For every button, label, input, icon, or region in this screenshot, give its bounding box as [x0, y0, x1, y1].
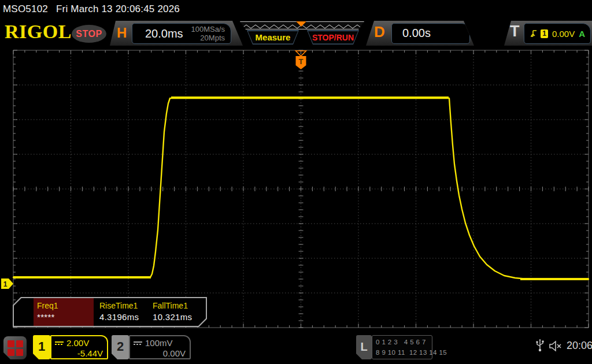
memory-depth: 20Mpts [191, 34, 225, 42]
rising-edge-icon [530, 29, 536, 39]
channel2-status[interactable]: 2 100mV 0.00V [112, 335, 191, 359]
measurement-falltime1[interactable]: FallTime1 10.321ms [149, 298, 205, 326]
dc-coupling-icon [55, 341, 64, 345]
measure-button[interactable]: Measure [247, 30, 299, 44]
channel1-offset: -5.44V [55, 348, 103, 358]
timebase-box[interactable]: 20.0ms 100MSa/s 20Mpts [132, 23, 231, 44]
grid-square-icon [16, 349, 23, 356]
delay-label: D [374, 23, 385, 41]
top-info-bar: MSO5102Fri March 13 20:06:45 2026 [3, 3, 180, 15]
speaker-muted-icon[interactable] [549, 340, 564, 352]
logic-channel-list[interactable]: 0 1 2 3 4 5 6 7 8 9 10 11 12 13 14 15 [372, 335, 432, 359]
rigol-logo: RIGOL [5, 21, 72, 43]
stop-run-button[interactable]: STOP/RUN [307, 30, 359, 44]
trigger-mode: A [579, 29, 585, 39]
status-clock: 20:06 [567, 340, 592, 352]
sample-rate: 100MSa/s [191, 25, 225, 34]
horizontal-settings-group[interactable]: H 20.0ms 100MSa/s 20Mpts [110, 21, 243, 46]
channel1-status[interactable]: 1 2.00V -5.44V [33, 335, 108, 359]
grid-square-icon [8, 349, 14, 356]
horizontal-label: H [117, 25, 127, 41]
dc-coupling-icon [134, 341, 142, 345]
channel2-values[interactable]: 100mV 0.00V [129, 335, 191, 359]
measurement-panel: Freq1 ***** RiseTime1 4.3196ms FallTime1… [13, 297, 207, 327]
channel2-tab[interactable]: 2 [112, 335, 129, 359]
measurement-freq1[interactable]: Freq1 ***** [34, 298, 94, 326]
logic-tab[interactable]: L [356, 335, 372, 359]
channel1-tab[interactable]: 1 [33, 335, 50, 359]
trigger-settings-group[interactable]: T 1 0.00V A [504, 21, 592, 46]
usb-icon [535, 339, 545, 352]
channel1-scale: 2.00V [66, 338, 89, 348]
trigger-level-value: 0.00V [552, 29, 575, 39]
logic-row1: 0 1 2 3 4 5 6 7 [376, 337, 432, 347]
trigger-value-box[interactable]: 1 0.00V A [524, 23, 591, 44]
datetime: Fri March 13 20:06:45 2026 [56, 3, 180, 14]
delay-value-box[interactable]: 0.00s [391, 23, 470, 44]
grid-square-icon [8, 340, 14, 347]
graticule-grid [13, 50, 589, 328]
grid-square-icon [16, 340, 23, 347]
logic-channels-status[interactable]: L 0 1 2 3 4 5 6 7 8 9 10 11 12 13 14 15 [356, 335, 432, 359]
delay-settings-group[interactable]: D 0.00s [366, 21, 474, 46]
timebase-value: 20.0ms [145, 27, 183, 40]
measurement-risetime1[interactable]: RiseTime1 4.3196ms [96, 298, 149, 326]
svg-text:1: 1 [3, 280, 8, 288]
svg-text:T: T [299, 57, 304, 66]
run-state-badge[interactable]: STOP [72, 25, 106, 43]
memory-trigger-marker-icon[interactable] [296, 21, 306, 27]
channel2-scale: 100mV [145, 338, 173, 348]
channel2-offset: 0.00V [134, 348, 186, 358]
logic-row2: 8 9 10 11 12 13 14 15 [376, 347, 432, 358]
trigger-label: T [510, 23, 520, 40]
model-name: MSO5102 [3, 3, 48, 14]
acquisition-info: 100MSa/s 20Mpts [191, 25, 231, 42]
trigger-source-badge: 1 [541, 29, 547, 38]
menu-grid-button[interactable] [3, 336, 27, 359]
ch1-ground-marker[interactable]: 1 [1, 278, 13, 289]
channel1-values[interactable]: 2.00V -5.44V [50, 335, 108, 359]
